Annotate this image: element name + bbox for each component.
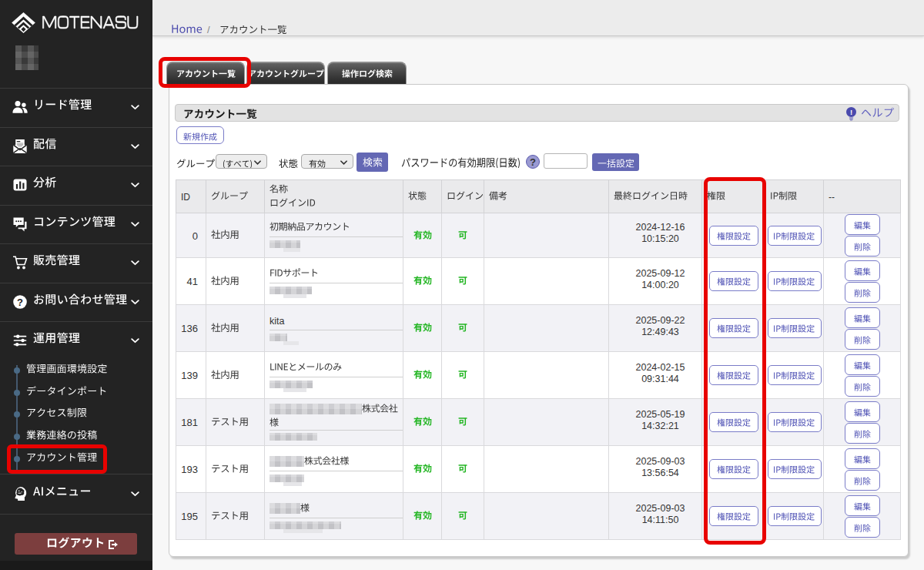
svg-text:!: ! [850, 108, 852, 116]
svg-text:?: ? [17, 297, 23, 308]
svg-text:?: ? [530, 156, 536, 168]
